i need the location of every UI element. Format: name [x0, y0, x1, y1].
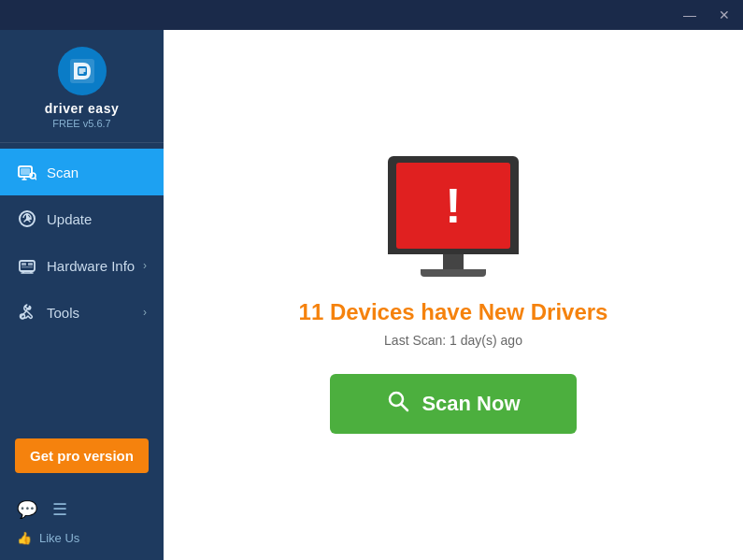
sidebar: driver easy FREE v5.6.7 Scan — [0, 30, 164, 560]
like-icon: 👍 — [17, 531, 32, 545]
menu-icon[interactable]: ☰ — [52, 499, 67, 520]
svg-point-10 — [21, 314, 25, 319]
like-us-link[interactable]: 👍 Like Us — [0, 531, 164, 560]
get-pro-button[interactable]: Get pro version — [15, 438, 149, 473]
scan-now-label: Scan Now — [422, 392, 520, 416]
main-content: ! 11 Devices have New Drivers Last Scan:… — [164, 30, 743, 560]
monitor-screen-inner: ! — [396, 163, 510, 249]
sidebar-item-scan[interactable]: Scan — [0, 149, 164, 195]
sidebar-nav: Scan Update — [0, 143, 164, 427]
sidebar-item-update-label: Update — [47, 211, 92, 227]
last-scan-text: Last Scan: 1 day(s) ago — [384, 333, 522, 348]
monitor-graphic: ! — [388, 156, 519, 277]
close-button[interactable]: ✕ — [713, 7, 736, 23]
sidebar-footer: 💬 ☰ — [0, 492, 164, 531]
sidebar-item-update[interactable]: Update — [0, 195, 164, 242]
app-name: driver easy — [45, 101, 119, 116]
minimize-button[interactable]: — — [678, 7, 702, 23]
svg-rect-7 — [21, 263, 26, 266]
tools-icon — [17, 302, 37, 323]
main-layout: driver easy FREE v5.6.7 Scan — [0, 30, 743, 560]
svg-rect-8 — [21, 266, 33, 267]
svg-rect-9 — [28, 263, 33, 266]
hardware-info-chevron: › — [143, 259, 147, 272]
svg-rect-6 — [20, 261, 35, 271]
app-logo-icon — [58, 47, 107, 95]
alert-title: 11 Devices have New Drivers — [299, 299, 608, 325]
hardware-info-icon — [17, 255, 37, 276]
sidebar-item-scan-label: Scan — [47, 165, 79, 180]
sidebar-item-tools[interactable]: Tools › — [0, 289, 164, 336]
title-bar: — ✕ — [0, 0, 743, 30]
monitor-screen: ! — [388, 156, 519, 254]
sidebar-item-hardware-info-label: Hardware Info — [47, 258, 135, 274]
scan-now-button[interactable]: Scan Now — [330, 374, 576, 434]
sidebar-item-hardware-info[interactable]: Hardware Info › — [0, 242, 164, 289]
sidebar-bottom: Get pro version — [0, 427, 164, 492]
chat-icon[interactable]: 💬 — [17, 499, 37, 520]
sidebar-logo: driver easy FREE v5.6.7 — [0, 30, 164, 143]
app-version: FREE v5.6.7 — [52, 118, 110, 129]
scan-icon — [17, 162, 37, 182]
sidebar-item-tools-label: Tools — [47, 305, 79, 321]
scan-now-icon — [386, 389, 410, 419]
svg-rect-3 — [21, 168, 30, 175]
tools-chevron: › — [143, 306, 147, 319]
exclamation-mark: ! — [445, 181, 461, 230]
monitor-neck — [443, 254, 464, 269]
update-icon — [17, 208, 37, 229]
like-us-label: Like Us — [39, 531, 79, 545]
monitor-base — [421, 269, 486, 277]
